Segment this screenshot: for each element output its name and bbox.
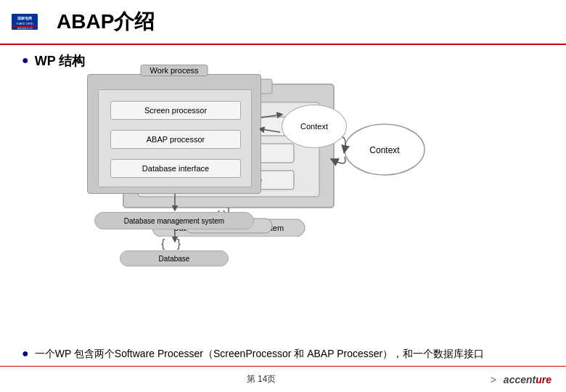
svg-text:国家电网: 国家电网 [17,16,32,20]
footer-page: 第 14页 [58,373,464,385]
section1-header: ● WP 结构 [22,52,544,70]
section2: ● 一个WP 包含两个Software Processer（ScreenProc… [22,346,544,362]
logo-top: 国家电网 STATE GRID 陕西省电力公司 [12,14,38,30]
svg-text:STATE GRID: STATE GRID [16,22,33,25]
bullet1: ● [22,54,29,67]
footer-nav-next[interactable]: > [491,374,496,385]
svg-text:Database interface: Database interface [195,176,262,184]
page-title: ABAP介绍 [57,8,155,36]
section1-title: WP 结构 [35,52,86,70]
diagram-area: Work process Screen processor ABAP proce… [22,77,544,237]
svg-rect-22 [185,219,272,233]
footer-brand: accenture [504,374,551,385]
main-content: ● WP 结构 Work process Screen processor AB… [0,45,566,237]
state-grid-logo-icon: 国家电网 STATE GRID 陕西省电力公司 [12,14,38,30]
logo-area: 国家电网 STATE GRID 陕西省电力公司 [12,14,38,30]
database-box: Database [120,250,229,266]
svg-text:Context: Context [369,145,400,155]
svg-text:陕西省电力公司: 陕西省电力公司 [17,27,33,30]
svg-text:ABAP processor: ABAP processor [200,149,258,158]
architecture-diagram: Work process Screen processor ABAP proce… [109,77,457,237]
header: 国家电网 STATE GRID 陕西省电力公司 ABAP介绍 [0,0,566,45]
svg-text:Screen processor: Screen processor [197,122,261,131]
section2-text: 一个WP 包含两个Software Processer（ScreenProces… [35,346,485,362]
footer: 第 14页 > accenture [0,366,566,392]
bullet2: ● [22,347,29,360]
curly-braces: { } [161,237,185,250]
svg-text:Work process: Work process [198,81,251,91]
